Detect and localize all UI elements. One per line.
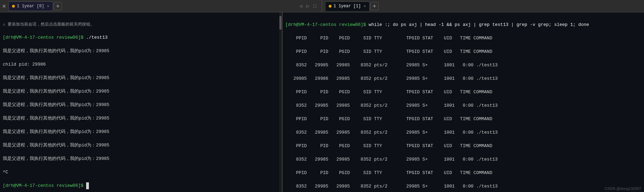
nav-next-arrow[interactable]: ▷ xyxy=(305,2,310,10)
left-scrollbar[interactable] xyxy=(279,12,282,192)
left-line-9: 我是父进程，我执行其他的代码，我的pid为：29985 xyxy=(3,155,279,162)
nav-arrows: ◁ ▷ xyxy=(298,2,311,10)
right-tab-close[interactable]: ✕ xyxy=(364,4,366,8)
right-tab-add-button[interactable]: + xyxy=(370,2,379,10)
left-prompt-line: [drh@VM-4-17-centos review06]$ ./test13 xyxy=(3,34,279,41)
left-tab[interactable]: 1 1year [0] ✕ xyxy=(8,1,53,11)
left-line-5: 我是父进程，我执行其他的代码，我的pid为：29985 xyxy=(3,102,279,108)
right-data-3: 8352 29985 29985 8352 pts/2 29985 S+ 100… xyxy=(285,102,641,109)
right-header-1: PPID PID PGID SID TTY TPGID STAT UID TIM… xyxy=(285,35,641,42)
right-header-6: PPID PID PGID SID TTY TPGID STAT UID TIM… xyxy=(285,170,641,176)
left-notice-line: ⚠ 要添加当前会话，然后点击面板的前关闭按钮。 xyxy=(3,21,279,28)
right-header-4: PPID PID PGID SID TTY TPGID STAT UID TIM… xyxy=(285,116,641,123)
main-content: ⚠ 要添加当前会话，然后点击面板的前关闭按钮。 [drh@VM-4-17-cen… xyxy=(0,12,644,192)
panel-toggle-button[interactable]: □ xyxy=(314,3,316,9)
left-terminal[interactable]: ⚠ 要添加当前会话，然后点击面板的前关闭按钮。 [drh@VM-4-17-cen… xyxy=(0,12,283,192)
right-header-2: PPID PID PGID SID TTY TPGID STAT UID TIM… xyxy=(285,48,641,55)
left-line-7: 我是父进程，我执行其他的代码，我的pid为：29985 xyxy=(3,128,279,135)
left-line-1: 我是父进程，我执行其他的代码，我的pid为：29985 xyxy=(3,48,279,55)
left-line-8: 我是父进程，我执行其他的代码，我的pid为：29985 xyxy=(3,142,279,149)
right-data-1: 8352 29985 29985 8352 pts/2 29985 S+ 100… xyxy=(285,62,641,69)
right-terminal-content: [drh@VM-4-17-centos review06]$ while :; … xyxy=(283,12,644,192)
right-header-3: PPID PID PGID SID TTY TPGID STAT UID TIM… xyxy=(285,89,641,96)
right-terminal[interactable]: [drh@VM-4-17-centos review06]$ while :; … xyxy=(283,12,644,192)
left-tab-area: ✕ 1 1year [0] ✕ + ◁ ▷ □ xyxy=(1,0,322,12)
left-scroll-thumb[interactable] xyxy=(279,16,282,30)
right-tab-label: 1 1year [1] xyxy=(334,4,361,9)
close-left-button[interactable]: ✕ xyxy=(1,3,7,9)
right-header-5: PPID PID PGID SID TTY TPGID STAT UID TIM… xyxy=(285,143,641,150)
right-data-4: 8352 29985 29985 8352 pts/2 29985 S+ 100… xyxy=(285,129,641,136)
left-tab-close[interactable]: ✕ xyxy=(47,4,49,8)
nav-prev-arrow[interactable]: ◁ xyxy=(298,2,304,10)
left-line-3: 我是父进程，我执行其他的代码，我的pid为：29985 xyxy=(3,75,279,81)
left-terminal-content: ⚠ 要添加当前会话，然后点击面板的前关闭按钮。 [drh@VM-4-17-cen… xyxy=(0,12,282,192)
right-prompt-line: [drh@VM-4-17-centos review06]$ while :; … xyxy=(285,21,641,28)
left-line-2: child pid: 29986 xyxy=(3,61,279,68)
right-tab[interactable]: 1 1year [1] ✕ xyxy=(325,1,370,11)
tab-dot-left xyxy=(12,5,15,8)
right-data-5: 8352 29985 29985 8352 pts/2 29985 S+ 100… xyxy=(285,156,641,163)
right-tab-area: 1 1year [1] ✕ + xyxy=(322,1,643,11)
top-bar: ✕ 1 1year [0] ✕ + ◁ ▷ □ 1 1year [1] ✕ + xyxy=(0,0,644,12)
left-tab-add-button[interactable]: + xyxy=(54,2,62,10)
left-final-prompt: [drh@VM-4-17-centos review06]$ xyxy=(3,182,279,189)
left-line-4: 我是父进程，我执行其他的代码，我的pid为：29985 xyxy=(3,88,279,95)
right-data-2: 29985 29986 29985 8352 pts/2 29985 S+ 10… xyxy=(285,75,641,82)
right-data-6: 8352 29985 29985 8352 pts/2 29985 S+ 100… xyxy=(285,183,641,190)
tab-dot-right xyxy=(329,5,331,8)
watermark: CSDN @dong132697 xyxy=(604,186,641,191)
left-tab-label: 1 1year [0] xyxy=(17,4,44,9)
left-ctrl-c: ^C xyxy=(3,169,279,176)
left-line-6: 我是父进程，我执行其他的代码，我的pid为：29985 xyxy=(3,115,279,122)
